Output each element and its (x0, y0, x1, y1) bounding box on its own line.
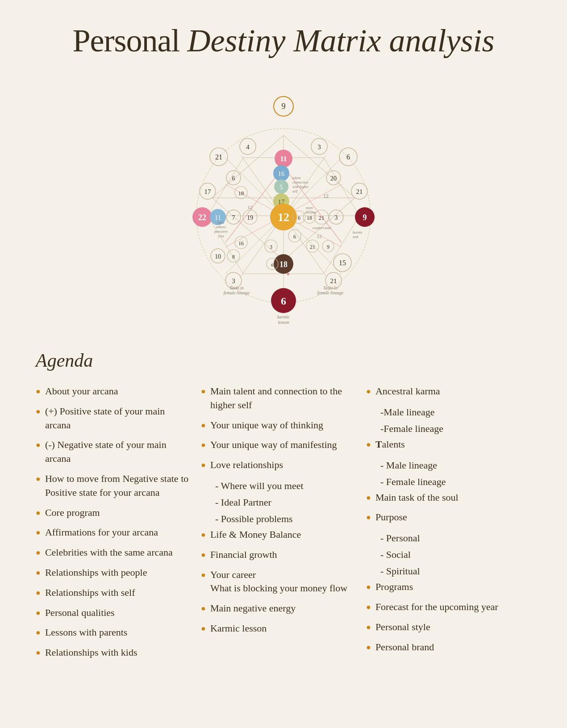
list-item: Purpose (366, 510, 522, 524)
svg-text:arcana: arcana (306, 210, 316, 214)
bullet-icon (201, 549, 206, 561)
bullet-icon (201, 420, 206, 431)
list-item-sub: - Spiritual (366, 564, 522, 578)
list-item-sub: - Personal (366, 531, 522, 545)
svg-text:11: 11 (280, 155, 287, 163)
svg-text:21: 21 (330, 277, 337, 285)
bullet-icon (36, 386, 41, 397)
list-item: Programs (366, 580, 522, 594)
svg-text:perceive: perceive (214, 229, 228, 234)
svg-text:21: 21 (356, 188, 363, 195)
svg-text:♥: ♥ (286, 271, 289, 277)
bullet-icon (201, 386, 206, 397)
bullet-icon (366, 439, 371, 450)
bullet-icon (366, 512, 371, 523)
bullet-icon (201, 623, 206, 634)
svg-text:with higher: with higher (292, 185, 309, 189)
svg-text:Tasks in: Tasks in (229, 285, 244, 290)
list-item: Celebrities with the same arcana (36, 546, 192, 560)
svg-text:lesson: lesson (278, 320, 289, 325)
list-item-sub: - Where will you meet (201, 478, 357, 493)
svg-text:10: 10 (215, 253, 221, 260)
svg-text:21: 21 (310, 244, 315, 250)
svg-text:20: 20 (330, 175, 337, 182)
svg-text:9: 9 (282, 102, 286, 111)
bullet-icon (366, 642, 371, 653)
svg-text:others: others (216, 225, 226, 229)
matrix-svg: 9 21 4 3 6 17 6 18 20 21 11 (167, 77, 400, 327)
svg-text:18: 18 (279, 260, 288, 269)
bullet-icon (36, 439, 41, 451)
list-item: Financial growth (201, 548, 357, 562)
bullet-icon (201, 529, 206, 540)
list-item: Life & Money Balance (201, 528, 357, 542)
svg-text:12: 12 (323, 193, 329, 199)
bullet-icon (36, 567, 41, 578)
list-item: Karmic lesson (201, 622, 357, 636)
svg-text:12: 12 (317, 234, 322, 239)
list-item-sub: - Female lineage (366, 474, 522, 489)
list-item: Talents (366, 438, 522, 452)
list-item: Forecast for the upcoming year (366, 600, 522, 614)
list-item: Relationships with self (36, 586, 192, 600)
list-item: How to move from Negative state to Posit… (36, 472, 192, 500)
agenda-columns: About your arcana (+) Positive state of … (36, 385, 531, 666)
list-item: Relationships with kids (36, 646, 192, 660)
list-item: Your unique way of manifesting (201, 438, 357, 452)
agenda-title: Agenda (36, 350, 531, 371)
svg-text:6: 6 (271, 262, 274, 268)
svg-text:6: 6 (232, 175, 235, 182)
bullet-icon (36, 473, 41, 485)
svg-text:6: 6 (293, 234, 296, 240)
bullet-icon (201, 603, 206, 614)
list-item: Core program (36, 506, 192, 520)
bullet-icon (36, 406, 41, 417)
svg-text:15: 15 (339, 259, 346, 267)
svg-text:21: 21 (319, 214, 325, 221)
list-item: (+) Positive state of your main arcana (36, 405, 192, 432)
svg-text:4: 4 (246, 143, 250, 151)
svg-text:karmic: karmic (353, 230, 363, 234)
svg-text:18: 18 (238, 190, 244, 197)
bullet-icon (201, 569, 206, 581)
list-item-sub: - Ideal Partner (201, 495, 357, 510)
bullet-icon (366, 582, 371, 593)
list-item: Lessons with parents (36, 626, 192, 640)
list-item: Personal qualities (36, 606, 192, 620)
svg-text:task: task (353, 235, 359, 239)
list-item: Relationships with people (36, 566, 192, 580)
svg-text:6: 6 (281, 295, 286, 307)
bullet-icon (201, 439, 206, 451)
list-item: (-) Negative state of your main arcana (36, 438, 192, 466)
bullet-icon (36, 627, 41, 638)
list-item: Love relationships (201, 458, 357, 472)
svg-text:comfort zone: comfort zone (313, 226, 331, 230)
list-item: Personal brand (366, 640, 522, 654)
svg-text:8: 8 (232, 254, 235, 260)
bullet-icon (366, 622, 371, 633)
agenda-col-3: Ancestral karma -Male lineage -Female li… (366, 385, 531, 660)
svg-text:21: 21 (215, 153, 222, 161)
title-italic: Destiny Matrix analysis (188, 23, 495, 59)
bullet-icon (201, 460, 206, 471)
bullet-icon (36, 607, 41, 619)
svg-text:19: 19 (247, 214, 253, 221)
svg-text:female lineage: female lineage (224, 290, 250, 295)
list-item: Your unique way of thinking (201, 418, 357, 432)
bullet-icon (366, 386, 371, 397)
list-item: Personal style (366, 620, 522, 634)
svg-text:17: 17 (204, 188, 212, 195)
list-item: Ancestral karma (366, 385, 522, 398)
svg-text:how: how (217, 220, 224, 225)
bullet-icon (36, 527, 41, 538)
list-item-sub: -Female lineage (366, 421, 522, 436)
list-item: Main task of the soul (366, 491, 522, 505)
list-item-sub: - Social (366, 547, 522, 562)
bullet-icon (36, 547, 41, 558)
destiny-matrix-diagram: 9 21 4 3 6 17 6 18 20 21 11 (36, 77, 531, 327)
svg-text:3: 3 (335, 214, 338, 221)
svg-text:3: 3 (317, 143, 321, 151)
svg-text:self: self (292, 189, 298, 193)
svg-text:karmic: karmic (277, 314, 290, 319)
list-item: About your arcana (36, 385, 192, 398)
